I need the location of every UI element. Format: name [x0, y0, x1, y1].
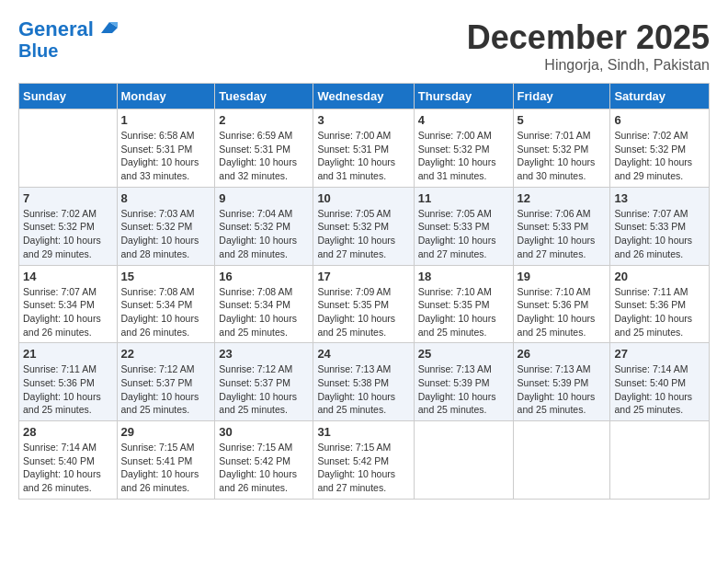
day-number: 7: [23, 191, 113, 205]
title-block: December 2025 Hingorja, Sindh, Pakistan: [467, 18, 710, 74]
calendar-cell: 30Sunrise: 7:15 AM Sunset: 5:42 PM Dayli…: [215, 421, 313, 500]
day-number: 27: [614, 347, 705, 361]
page-header: General Blue December 2025 Hingorja, Sin…: [18, 18, 710, 74]
day-info: Sunrise: 7:07 AM Sunset: 5:34 PM Dayligh…: [23, 285, 113, 339]
day-info: Sunrise: 7:00 AM Sunset: 5:31 PM Dayligh…: [317, 129, 409, 183]
day-info: Sunrise: 7:04 AM Sunset: 5:32 PM Dayligh…: [219, 207, 309, 261]
day-info: Sunrise: 7:06 AM Sunset: 5:33 PM Dayligh…: [518, 207, 607, 261]
day-info: Sunrise: 7:10 AM Sunset: 5:35 PM Dayligh…: [418, 285, 509, 339]
day-number: 4: [418, 113, 509, 127]
calendar-header-row: SundayMondayTuesdayWednesdayThursdayFrid…: [19, 84, 710, 109]
calendar-cell: 12Sunrise: 7:06 AM Sunset: 5:33 PM Dayli…: [513, 187, 610, 265]
day-number: 10: [317, 191, 409, 205]
day-info: Sunrise: 6:58 AM Sunset: 5:31 PM Dayligh…: [121, 129, 211, 183]
weekday-header: Friday: [513, 84, 610, 109]
day-info: Sunrise: 7:15 AM Sunset: 5:42 PM Dayligh…: [219, 441, 309, 495]
weekday-header: Thursday: [414, 84, 513, 109]
day-number: 11: [418, 191, 509, 205]
calendar-cell: 24Sunrise: 7:13 AM Sunset: 5:38 PM Dayli…: [313, 343, 414, 421]
calendar-cell: 15Sunrise: 7:08 AM Sunset: 5:34 PM Dayli…: [117, 265, 215, 343]
calendar-cell: 21Sunrise: 7:11 AM Sunset: 5:36 PM Dayli…: [19, 343, 118, 421]
day-number: 23: [219, 347, 309, 361]
day-number: 5: [518, 113, 607, 127]
day-info: Sunrise: 7:03 AM Sunset: 5:32 PM Dayligh…: [121, 207, 211, 261]
day-info: Sunrise: 7:08 AM Sunset: 5:34 PM Dayligh…: [121, 285, 211, 339]
calendar-cell: 22Sunrise: 7:12 AM Sunset: 5:37 PM Dayli…: [117, 343, 215, 421]
day-info: Sunrise: 7:14 AM Sunset: 5:40 PM Dayligh…: [23, 441, 113, 495]
logo-text: General: [18, 18, 118, 40]
calendar-cell: 16Sunrise: 7:08 AM Sunset: 5:34 PM Dayli…: [215, 265, 313, 343]
day-number: 28: [23, 425, 113, 439]
weekday-header: Monday: [117, 84, 215, 109]
day-info: Sunrise: 7:01 AM Sunset: 5:32 PM Dayligh…: [518, 129, 607, 183]
calendar-cell: 7Sunrise: 7:02 AM Sunset: 5:32 PM Daylig…: [19, 187, 118, 265]
day-number: 31: [317, 425, 409, 439]
day-info: Sunrise: 7:10 AM Sunset: 5:36 PM Dayligh…: [518, 285, 607, 339]
day-info: Sunrise: 7:13 AM Sunset: 5:38 PM Dayligh…: [317, 362, 409, 417]
day-number: 14: [23, 270, 113, 283]
calendar-cell: 6Sunrise: 7:02 AM Sunset: 5:32 PM Daylig…: [610, 109, 710, 188]
calendar-week-row: 21Sunrise: 7:11 AM Sunset: 5:36 PM Dayli…: [19, 343, 710, 421]
calendar-week-row: 7Sunrise: 7:02 AM Sunset: 5:32 PM Daylig…: [19, 187, 710, 265]
calendar-cell: 2Sunrise: 6:59 AM Sunset: 5:31 PM Daylig…: [215, 109, 313, 188]
weekday-header: Wednesday: [313, 84, 414, 109]
day-info: Sunrise: 7:07 AM Sunset: 5:33 PM Dayligh…: [614, 207, 705, 261]
day-info: Sunrise: 7:02 AM Sunset: 5:32 PM Dayligh…: [614, 129, 705, 183]
calendar-cell: 20Sunrise: 7:11 AM Sunset: 5:36 PM Dayli…: [610, 265, 710, 343]
calendar-cell: 26Sunrise: 7:13 AM Sunset: 5:39 PM Dayli…: [513, 343, 610, 421]
calendar-cell: 13Sunrise: 7:07 AM Sunset: 5:33 PM Dayli…: [610, 187, 710, 265]
calendar-cell: 23Sunrise: 7:12 AM Sunset: 5:37 PM Dayli…: [215, 343, 313, 421]
page-title: December 2025: [467, 18, 710, 57]
calendar-cell: 3Sunrise: 7:00 AM Sunset: 5:31 PM Daylig…: [313, 109, 414, 188]
logo-general: General: [18, 17, 94, 40]
calendar-week-row: 1Sunrise: 6:58 AM Sunset: 5:31 PM Daylig…: [19, 109, 710, 188]
calendar-cell: [414, 421, 513, 500]
calendar-cell: 27Sunrise: 7:14 AM Sunset: 5:40 PM Dayli…: [610, 343, 710, 421]
day-number: 25: [418, 347, 509, 361]
day-info: Sunrise: 7:13 AM Sunset: 5:39 PM Dayligh…: [418, 362, 509, 417]
day-info: Sunrise: 7:13 AM Sunset: 5:39 PM Dayligh…: [518, 362, 607, 417]
calendar-cell: 5Sunrise: 7:01 AM Sunset: 5:32 PM Daylig…: [513, 109, 610, 188]
day-info: Sunrise: 7:05 AM Sunset: 5:32 PM Dayligh…: [317, 207, 409, 261]
day-number: 3: [317, 113, 409, 127]
day-number: 13: [614, 191, 705, 205]
day-number: 19: [518, 270, 607, 283]
day-info: Sunrise: 7:09 AM Sunset: 5:35 PM Dayligh…: [317, 285, 409, 339]
day-number: 20: [614, 270, 705, 283]
calendar-cell: 17Sunrise: 7:09 AM Sunset: 5:35 PM Dayli…: [313, 265, 414, 343]
calendar-cell: 8Sunrise: 7:03 AM Sunset: 5:32 PM Daylig…: [117, 187, 215, 265]
logo-icon: [101, 19, 118, 36]
day-number: 30: [219, 425, 309, 439]
calendar-cell: 4Sunrise: 7:00 AM Sunset: 5:32 PM Daylig…: [414, 109, 513, 188]
logo-blue: Blue: [18, 40, 118, 61]
weekday-header: Saturday: [610, 84, 710, 109]
day-number: 18: [418, 270, 509, 283]
day-info: Sunrise: 7:00 AM Sunset: 5:32 PM Dayligh…: [418, 129, 509, 183]
calendar-cell: 18Sunrise: 7:10 AM Sunset: 5:35 PM Dayli…: [414, 265, 513, 343]
day-number: 17: [317, 270, 409, 283]
day-number: 21: [23, 347, 113, 361]
calendar-cell: 14Sunrise: 7:07 AM Sunset: 5:34 PM Dayli…: [19, 265, 118, 343]
day-info: Sunrise: 7:08 AM Sunset: 5:34 PM Dayligh…: [219, 285, 309, 339]
calendar-cell: 25Sunrise: 7:13 AM Sunset: 5:39 PM Dayli…: [414, 343, 513, 421]
weekday-header: Sunday: [19, 84, 118, 109]
day-info: Sunrise: 7:11 AM Sunset: 5:36 PM Dayligh…: [23, 362, 113, 417]
calendar-cell: 29Sunrise: 7:15 AM Sunset: 5:41 PM Dayli…: [117, 421, 215, 500]
calendar-cell: 10Sunrise: 7:05 AM Sunset: 5:32 PM Dayli…: [313, 187, 414, 265]
day-number: 9: [219, 191, 309, 205]
day-number: 29: [121, 425, 211, 439]
day-number: 24: [317, 347, 409, 361]
calendar-table: SundayMondayTuesdayWednesdayThursdayFrid…: [18, 83, 710, 500]
day-info: Sunrise: 7:11 AM Sunset: 5:36 PM Dayligh…: [614, 285, 705, 339]
calendar-cell: 1Sunrise: 6:58 AM Sunset: 5:31 PM Daylig…: [117, 109, 215, 188]
day-number: 26: [518, 347, 607, 361]
day-number: 2: [219, 113, 309, 127]
day-info: Sunrise: 7:15 AM Sunset: 5:42 PM Dayligh…: [317, 441, 409, 495]
day-number: 12: [518, 191, 607, 205]
day-info: Sunrise: 7:14 AM Sunset: 5:40 PM Dayligh…: [614, 362, 705, 417]
day-info: Sunrise: 6:59 AM Sunset: 5:31 PM Dayligh…: [219, 129, 309, 183]
day-number: 8: [121, 191, 211, 205]
calendar-week-row: 14Sunrise: 7:07 AM Sunset: 5:34 PM Dayli…: [19, 265, 710, 343]
calendar-cell: 11Sunrise: 7:05 AM Sunset: 5:33 PM Dayli…: [414, 187, 513, 265]
day-info: Sunrise: 7:02 AM Sunset: 5:32 PM Dayligh…: [23, 207, 113, 261]
